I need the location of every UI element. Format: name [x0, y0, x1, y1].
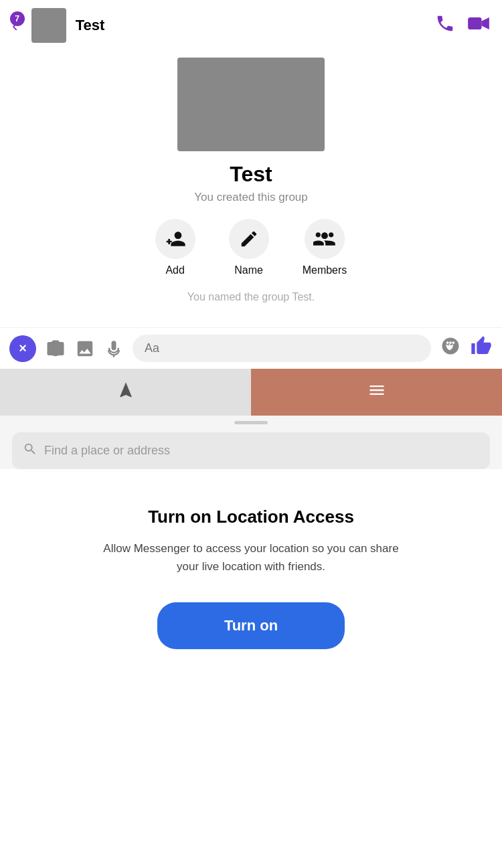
- direction-icon: [116, 381, 135, 404]
- members-label: Members: [303, 264, 347, 276]
- name-circle: [229, 219, 269, 259]
- direction-toggle-button[interactable]: [0, 369, 251, 416]
- mic-button[interactable]: [104, 339, 123, 359]
- profile-section: Test You created this group Add Name: [0, 51, 502, 327]
- members-button[interactable]: Members: [303, 219, 347, 276]
- add-label: Add: [165, 264, 184, 276]
- camera-button[interactable]: [46, 339, 66, 359]
- image-button[interactable]: [75, 339, 95, 359]
- profile-avatar: [177, 58, 325, 151]
- close-icon: ×: [19, 341, 27, 356]
- turn-on-button[interactable]: Turn on: [157, 602, 345, 649]
- location-panel: Find a place or address: [0, 369, 502, 469]
- header-chat-name: Test: [76, 17, 435, 34]
- list-icon: [367, 381, 386, 404]
- svg-marker-1: [482, 17, 489, 29]
- location-access-description: Allow Messenger to access your location …: [97, 539, 405, 576]
- message-input[interactable]: [133, 335, 431, 362]
- message-toolbar: ×: [0, 327, 502, 369]
- like-button[interactable]: [470, 335, 493, 362]
- header: ‹ 7 Test: [0, 0, 502, 51]
- search-bar[interactable]: Find a place or address: [12, 432, 490, 469]
- group-note: You named the group Test.: [187, 291, 315, 303]
- header-avatar: [31, 8, 66, 43]
- back-button[interactable]: ‹ 7: [12, 15, 18, 36]
- members-circle: [305, 219, 345, 259]
- profile-name: Test: [230, 162, 272, 187]
- location-access-title: Turn on Location Access: [148, 507, 354, 527]
- add-circle: [155, 219, 195, 259]
- svg-rect-0: [468, 17, 481, 29]
- list-toggle-button[interactable]: [251, 369, 502, 416]
- notification-badge: 7: [10, 11, 25, 26]
- close-button[interactable]: ×: [9, 335, 36, 362]
- phone-call-icon[interactable]: [435, 13, 455, 38]
- header-action-icons: [435, 13, 490, 38]
- map-toggle: [0, 369, 502, 416]
- drag-handle[interactable]: [0, 416, 502, 427]
- emoji-button[interactable]: [440, 336, 461, 361]
- video-call-icon[interactable]: [467, 13, 490, 38]
- drag-bar: [234, 421, 268, 424]
- add-button[interactable]: Add: [155, 219, 195, 276]
- search-icon: [23, 442, 37, 460]
- location-access-section: Turn on Location Access Allow Messenger …: [0, 480, 502, 683]
- profile-subtitle: You created this group: [194, 191, 308, 204]
- search-placeholder: Find a place or address: [44, 444, 170, 458]
- action-buttons: Add Name Members: [155, 219, 347, 276]
- name-button[interactable]: Name: [229, 219, 269, 276]
- name-label: Name: [234, 264, 263, 276]
